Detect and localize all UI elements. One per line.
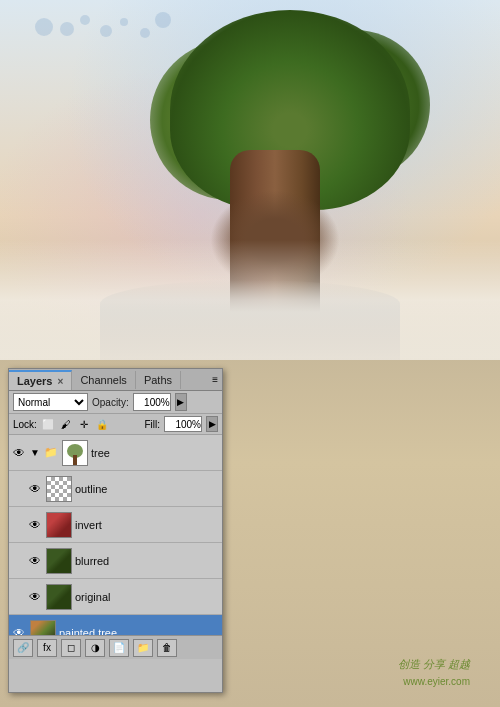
splash-dot: [35, 18, 53, 36]
delete-layer-button[interactable]: 🗑: [157, 639, 177, 657]
watermark-url: www.eyier.com: [403, 676, 470, 687]
layer-item-invert[interactable]: 👁 invert: [9, 507, 222, 543]
tab-close-icon[interactable]: ×: [58, 376, 64, 387]
blend-row: Normal Multiply Screen Opacity: ▶: [9, 391, 222, 414]
splash-dot: [140, 28, 150, 38]
panel-toolbar: 🔗 fx ◻ ◑ 📄 📁 🗑: [9, 635, 222, 659]
lock-row: Lock: ⬜ 🖌 ✛ 🔒 Fill: ▶: [9, 414, 222, 435]
panel-tabs: Layers × Channels Paths ≡: [9, 369, 222, 391]
opacity-arrow[interactable]: ▶: [175, 393, 187, 411]
layer-thumb-original: [46, 584, 72, 610]
layer-thumb-painted: [30, 620, 56, 636]
fill-input[interactable]: [164, 416, 202, 432]
lock-label: Lock:: [13, 419, 37, 430]
mist: [0, 240, 500, 360]
layer-name-original: original: [75, 591, 220, 603]
splash-dot: [120, 18, 128, 26]
link-layers-button[interactable]: 🔗: [13, 639, 33, 657]
visibility-icon-original[interactable]: 👁: [27, 589, 43, 605]
tab-channels[interactable]: Channels: [72, 371, 135, 389]
canvas-area: [0, 0, 500, 360]
new-layer-button[interactable]: 📄: [109, 639, 129, 657]
expand-icon-tree[interactable]: ▼: [30, 445, 40, 461]
opacity-label: Opacity:: [92, 397, 129, 408]
group-icon-tree: 📁: [43, 445, 59, 461]
fill-label: Fill:: [144, 419, 160, 430]
splash-dot: [80, 15, 90, 25]
new-fill-button[interactable]: ◑: [85, 639, 105, 657]
visibility-icon-blurred[interactable]: 👁: [27, 553, 43, 569]
visibility-icon-tree[interactable]: 👁: [11, 445, 27, 461]
layer-item-blurred[interactable]: 👁 blurred: [9, 543, 222, 579]
visibility-icon-outline[interactable]: 👁: [27, 481, 43, 497]
layer-name-painted: painted tree: [59, 627, 220, 636]
layers-panel: Layers × Channels Paths ≡ Normal Multipl…: [8, 368, 223, 693]
add-mask-button[interactable]: ◻: [61, 639, 81, 657]
visibility-icon-invert[interactable]: 👁: [27, 517, 43, 533]
layer-thumb-outline: [46, 476, 72, 502]
lock-brush-icon[interactable]: 🖌: [59, 417, 73, 431]
splash-dot: [60, 22, 74, 36]
watermark-tagline: 创造 分享 超越: [398, 657, 470, 672]
layer-item-painted-tree[interactable]: 👁 painted tree: [9, 615, 222, 635]
fill-arrow[interactable]: ▶: [206, 416, 218, 432]
visibility-icon-painted[interactable]: 👁: [11, 625, 27, 636]
layer-item-original[interactable]: 👁 original: [9, 579, 222, 615]
tab-layers[interactable]: Layers ×: [9, 370, 72, 390]
layer-name-outline: outline: [75, 483, 220, 495]
fx-button[interactable]: fx: [37, 639, 57, 657]
blend-mode-select[interactable]: Normal Multiply Screen: [13, 393, 88, 411]
new-folder-button[interactable]: 📁: [133, 639, 153, 657]
layer-thumb-blurred: [46, 548, 72, 574]
lock-move-icon[interactable]: ✛: [77, 417, 91, 431]
opacity-input[interactable]: [133, 393, 171, 411]
lock-all-icon[interactable]: 🔒: [95, 417, 109, 431]
layer-name-blurred: blurred: [75, 555, 220, 567]
layer-name-invert: invert: [75, 519, 220, 531]
layer-thumb-tree: [62, 440, 88, 466]
panel-options-icon[interactable]: ≡: [208, 374, 222, 385]
splash-dot: [100, 25, 112, 37]
svg-rect-1: [73, 455, 77, 465]
layer-name-tree: tree: [91, 447, 220, 459]
lock-pixels-icon[interactable]: ⬜: [41, 417, 55, 431]
layer-item-tree[interactable]: 👁 ▼ 📁 tree: [9, 435, 222, 471]
layers-list[interactable]: 👁 ▼ 📁 tree 👁 outline 👁 invert 👁: [9, 435, 222, 635]
tab-paths[interactable]: Paths: [136, 371, 181, 389]
layer-thumb-invert: [46, 512, 72, 538]
layer-item-outline[interactable]: 👁 outline: [9, 471, 222, 507]
